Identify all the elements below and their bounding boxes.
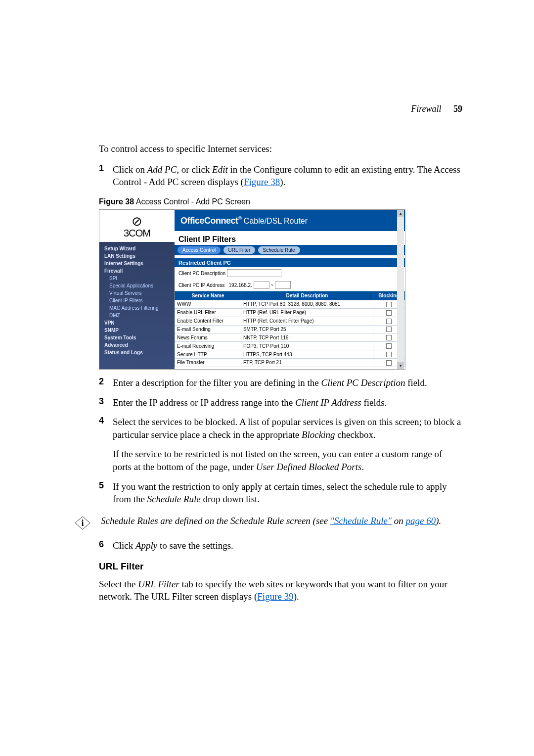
nav-item[interactable]: Status and Logs [104, 349, 171, 356]
nav-item[interactable]: VPN [104, 319, 171, 327]
step-number: 4 [99, 416, 113, 473]
step-5: 5 If you want the restriction to only ap… [99, 480, 462, 506]
step-4: 4 Select the services to be blocked. A l… [99, 416, 462, 473]
page-60-link[interactable]: page 60 [406, 516, 436, 526]
step-2: 2 Enter a description for the filter you… [99, 377, 462, 389]
blocking-checkbox[interactable] [386, 310, 392, 316]
step-number: 6 [99, 539, 113, 552]
client-pc-ip-row: Client PC IP Address 192.168.2. ~ [175, 279, 405, 291]
nav-item[interactable]: Firewall [104, 267, 171, 275]
table-row: E-mail ReceivingPOP3, TCP Port 110 [175, 342, 405, 350]
screenshot-access-control-add-pc: ▴ ▾ ⊘ 3COM Setup Wizard LAN Settings Int… [99, 209, 405, 370]
blocking-checkbox[interactable] [386, 335, 392, 340]
ip-prefix: 192.168.2. [229, 282, 252, 287]
tab-schedule-rule[interactable]: Schedule Rule [258, 246, 300, 254]
nav-item[interactable]: Advanced [104, 341, 171, 349]
step-text: Enter a description for the filter you a… [113, 377, 462, 389]
scrollbar[interactable]: ▴ ▾ [397, 210, 404, 369]
logo-area: ⊘ 3COM [99, 210, 175, 242]
brand-name: OfficeConnect® [180, 216, 241, 226]
svg-text:i: i [81, 518, 84, 528]
step-text: Click on Add PC, or click Edit in the Co… [113, 163, 462, 189]
url-filter-body: Select the URL Filter tab to specify the… [99, 578, 462, 603]
ip-start-input[interactable] [254, 281, 269, 289]
screenshot-sidebar: ⊘ 3COM Setup Wizard LAN Settings Interne… [99, 210, 175, 369]
step-text: Click Apply to save the settings. [113, 539, 462, 552]
nav-item[interactable]: Virtual Servers [104, 289, 171, 297]
step-text: Enter the IP address or IP address range… [113, 396, 462, 409]
step-text: If you want the restriction to only appl… [113, 480, 462, 506]
field-label-ip: Client PC IP Address [178, 282, 224, 287]
nav-item[interactable]: LAN Settings [104, 252, 171, 260]
panel-title: Client IP Filters [175, 234, 405, 245]
screenshot-main: OfficeConnect® Cable/DSL Router Client I… [175, 210, 405, 369]
note-row: i Schedule Rules are defined on the Sche… [99, 515, 462, 532]
nav-item[interactable]: Client IP Filters [104, 297, 171, 304]
step-text: Select the services to be blocked. A lis… [113, 416, 462, 473]
blocking-checkbox[interactable] [386, 352, 392, 357]
figure-38-link[interactable]: Figure 38 [244, 177, 280, 187]
section-name: Firewall [411, 104, 441, 114]
table-row: News ForumsNNTP, TCP Port 119 [175, 333, 405, 342]
table-row: Secure HTTPHTTPS, TCP Port 443 [175, 350, 405, 359]
table-row: Enable Content FilterHTTP (Ref. Content … [175, 317, 405, 325]
field-label-description: Client PC Description [178, 270, 225, 276]
step-3: 3 Enter the IP address or IP address ran… [99, 396, 462, 409]
step-4-continuation: If the service to be restricted is not l… [113, 448, 462, 473]
table-row: File TransferFTP, TCP Port 21 [175, 358, 405, 367]
intro-text: To control access to specific Internet s… [99, 142, 462, 155]
step-number: 1 [99, 163, 113, 189]
client-pc-description-input[interactable] [227, 269, 281, 277]
running-header: Firewall 59 [411, 104, 462, 114]
tab-url-filter[interactable]: URL Filter [223, 246, 256, 254]
th-description: Detail Description [241, 291, 373, 300]
section-header: Restricted Client PC [175, 258, 405, 267]
blocking-checkbox[interactable] [386, 343, 392, 349]
nav-item[interactable]: System Tools [104, 334, 171, 341]
blocking-checkbox[interactable] [386, 302, 392, 307]
page-number: 59 [453, 104, 462, 114]
nav-item[interactable]: SNMP [104, 327, 171, 334]
tab-bar: Access Control URL Filter Schedule Rule [175, 245, 405, 255]
step-number: 5 [99, 480, 113, 506]
client-pc-description-row: Client PC Description [175, 267, 405, 279]
scroll-up-icon[interactable]: ▴ [397, 210, 404, 217]
schedule-rule-link[interactable]: "Schedule Rule" [330, 516, 392, 526]
table-header-row: Service Name Detail Description Blocking [175, 291, 405, 300]
nav-item[interactable]: DMZ [104, 312, 171, 319]
nav-item[interactable]: Internet Settings [104, 260, 171, 267]
blocking-checkbox[interactable] [386, 360, 392, 366]
url-filter-heading: URL Filter [99, 561, 462, 572]
note-text: Schedule Rules are defined on the Schedu… [101, 515, 441, 527]
nav-item[interactable]: SPI [104, 275, 171, 282]
scroll-down-icon[interactable]: ▾ [397, 362, 404, 369]
figure-39-link[interactable]: Figure 39 [257, 591, 293, 602]
ip-range-separator: ~ [270, 282, 273, 287]
step-1: 1 Click on Add PC, or click Edit in the … [99, 163, 462, 189]
nav-item[interactable]: Setup Wizard [104, 245, 171, 252]
figure-caption: Figure 38 Access Control - Add PC Screen [99, 197, 462, 206]
brand-banner: OfficeConnect® Cable/DSL Router [175, 210, 405, 231]
tab-access-control[interactable]: Access Control [178, 246, 221, 254]
info-icon: i [74, 516, 91, 532]
nav-list: Setup Wizard LAN Settings Internet Setti… [99, 242, 175, 359]
step-6: 6 Click Apply to save the settings. [99, 539, 462, 552]
blocking-checkbox[interactable] [386, 319, 392, 324]
table-row: E-mail SendingSMTP, TCP Port 25 [175, 325, 405, 333]
logo-text: 3COM [99, 228, 175, 239]
table-row: Enable URL FilterHTTP (Ref. URL Filter P… [175, 308, 405, 317]
step-number: 2 [99, 377, 113, 389]
ip-end-input[interactable] [275, 281, 291, 289]
blocking-checkbox[interactable] [386, 327, 392, 332]
table-row: WWWHTTP, TCP Port 80, 3128, 8000, 8080, … [175, 300, 405, 308]
th-service: Service Name [175, 291, 241, 300]
step-number: 3 [99, 396, 113, 409]
nav-item[interactable]: MAC Address Filtering [104, 304, 171, 312]
nav-item[interactable]: Special Applications [104, 282, 171, 289]
logo-swirl-icon: ⊘ [99, 215, 175, 228]
services-table: Service Name Detail Description Blocking… [175, 291, 405, 367]
